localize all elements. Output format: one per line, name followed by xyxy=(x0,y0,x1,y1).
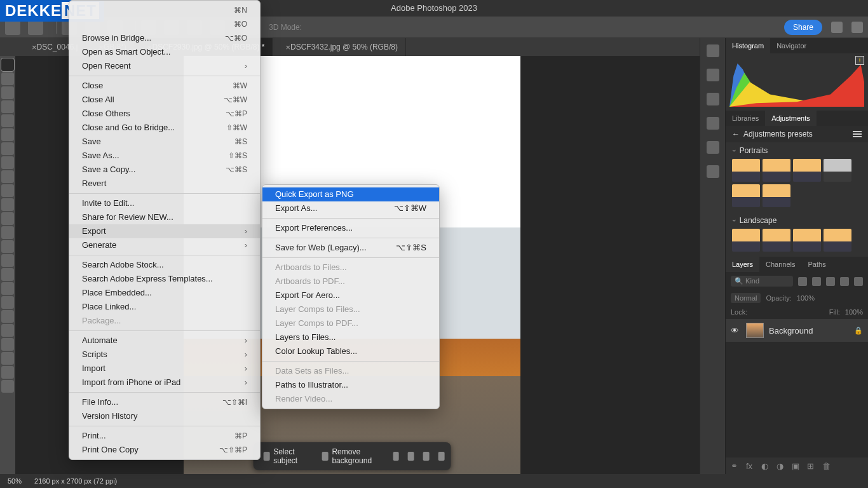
menu-item[interactable]: Place Embedded... xyxy=(69,286,260,300)
search-icon[interactable] xyxy=(831,22,843,33)
tool-icon[interactable] xyxy=(1,100,14,113)
menu-item[interactable]: Save a Copy...⌥⌘S xyxy=(69,163,260,177)
menu-item[interactable]: Scripts› xyxy=(69,348,260,362)
visibility-toggle-icon[interactable]: 👁 xyxy=(731,326,740,335)
tool-icon[interactable] xyxy=(1,254,14,267)
menu-item[interactable]: Search Adobe Stock... xyxy=(69,258,260,272)
tool-icon[interactable] xyxy=(1,310,14,323)
section-portraits[interactable]: Portraits xyxy=(726,142,868,159)
tab-layers[interactable]: Layers xyxy=(726,257,759,272)
more-icon[interactable] xyxy=(423,452,430,461)
tool-icon[interactable] xyxy=(1,198,14,211)
tool-icon[interactable] xyxy=(1,240,14,253)
filter-adjust-icon[interactable] xyxy=(812,277,821,286)
remove-background-button[interactable]: Remove background xyxy=(318,446,384,466)
tab-libraries[interactable]: Libraries xyxy=(726,111,765,126)
menu-item[interactable]: Automate› xyxy=(69,334,260,348)
tool-icon[interactable] xyxy=(1,324,14,337)
menu-item[interactable]: Close All⌥⌘W xyxy=(69,93,260,107)
grid-icon[interactable] xyxy=(707,117,719,130)
adjust-icon[interactable] xyxy=(707,44,719,57)
menu-item[interactable]: Place Linked... xyxy=(69,300,260,314)
tool-icon[interactable] xyxy=(1,338,14,351)
tool-icon[interactable] xyxy=(1,226,14,239)
menu-item[interactable]: Close⌘W xyxy=(69,79,260,93)
menu-item[interactable]: Export As...⌥⇧⌘W xyxy=(262,201,439,215)
blend-mode-select[interactable]: Normal xyxy=(731,293,761,303)
menu-item[interactable]: File Info...⌥⇧⌘I xyxy=(69,395,260,409)
layer-thumbnail[interactable] xyxy=(746,323,764,338)
tool-icon[interactable] xyxy=(1,268,14,281)
filter-type-icon[interactable] xyxy=(826,277,835,286)
menu-item[interactable]: Save As...⇧⌘S xyxy=(69,149,260,163)
menu-item[interactable]: Search Adobe Express Templates... xyxy=(69,272,260,286)
tool-icon[interactable] xyxy=(1,352,14,365)
filter-shape-icon[interactable] xyxy=(840,277,849,286)
tool-icon[interactable] xyxy=(1,366,14,379)
preset-thumb[interactable] xyxy=(824,229,851,252)
menu-item[interactable]: ⌘N xyxy=(69,3,260,17)
workspace-icon[interactable] xyxy=(851,22,863,33)
menu-item[interactable]: Save⌘S xyxy=(69,135,260,149)
menu-item[interactable]: Browse in Bridge...⌥⌘O xyxy=(69,31,260,45)
menu-item[interactable]: Import from iPhone or iPad› xyxy=(69,376,260,390)
adjustment-layer-icon[interactable]: ◑ xyxy=(776,461,785,470)
tool-icon[interactable] xyxy=(1,156,14,169)
tool-icon[interactable] xyxy=(1,296,14,309)
layer-row-background[interactable]: 👁 Background 🔒 xyxy=(726,318,868,342)
export-submenu[interactable]: Quick Export as PNGExport As...⌥⇧⌘WExpor… xyxy=(262,184,440,409)
menu-item[interactable]: Open as Smart Object... xyxy=(69,45,260,59)
tool-icon[interactable] xyxy=(1,58,14,71)
zoom-level[interactable]: 50% xyxy=(8,477,22,485)
preset-thumb[interactable] xyxy=(732,184,760,207)
opacity-value[interactable]: 100% xyxy=(797,294,815,302)
home-icon[interactable] xyxy=(5,20,20,35)
menu-item[interactable]: Version History xyxy=(69,409,260,423)
lock-position-icon[interactable] xyxy=(778,308,785,316)
preset-thumb[interactable] xyxy=(793,159,821,182)
fill-value[interactable]: 100% xyxy=(845,308,863,316)
preset-thumb[interactable] xyxy=(824,159,851,182)
collapse-icon[interactable] xyxy=(438,452,445,461)
tool-icon[interactable] xyxy=(1,184,14,197)
lock-icon[interactable]: 🔒 xyxy=(854,327,863,335)
menu-item[interactable]: Color Lookup Tables... xyxy=(262,344,439,358)
tool-icon[interactable] xyxy=(1,212,14,225)
swatches-icon[interactable] xyxy=(707,93,719,105)
doc-info[interactable]: 2160 px x 2700 px (72 ppi) xyxy=(34,477,117,485)
menu-item[interactable]: Export Preferences... xyxy=(262,221,439,235)
move-tool-icon[interactable] xyxy=(28,20,43,35)
preset-thumb[interactable] xyxy=(763,159,790,182)
delete-icon[interactable]: 🗑 xyxy=(822,461,831,470)
tab-channels[interactable]: Channels xyxy=(759,257,801,272)
section-landscape[interactable]: Landscape xyxy=(726,212,868,229)
new-layer-icon[interactable]: ⊞ xyxy=(807,461,816,470)
menu-item[interactable]: Print One Copy⌥⇧⌘P xyxy=(69,443,260,457)
menu-item[interactable]: Generate› xyxy=(69,238,260,252)
preset-thumb[interactable] xyxy=(793,229,821,252)
tab-histogram[interactable]: Histogram xyxy=(726,38,770,53)
menu-item[interactable]: Save for Web (Legacy)...⌥⇧⌘S xyxy=(262,241,439,255)
adjust-icon[interactable] xyxy=(408,452,414,461)
tab-navigator[interactable]: Navigator xyxy=(770,38,813,53)
close-icon[interactable]: × xyxy=(285,43,290,52)
menu-item[interactable]: Import› xyxy=(69,362,260,376)
crop-icon[interactable] xyxy=(393,452,399,461)
layer-fx-icon[interactable]: fx xyxy=(746,461,755,470)
tool-icon[interactable] xyxy=(1,72,14,85)
cube-icon[interactable] xyxy=(707,165,719,178)
menu-item[interactable]: Quick Export as PNG xyxy=(262,187,439,201)
menu-item[interactable]: Paths to Illustrator... xyxy=(262,378,439,392)
menu-item[interactable]: Close and Go to Bridge...⇧⌘W xyxy=(69,121,260,135)
tool-icon[interactable] xyxy=(1,282,14,295)
preset-thumb[interactable] xyxy=(732,229,760,252)
group-icon[interactable]: ▣ xyxy=(792,461,801,470)
tool-icon[interactable] xyxy=(1,380,14,393)
tool-icon[interactable] xyxy=(1,142,14,155)
close-icon[interactable]: × xyxy=(32,43,37,52)
menu-item[interactable]: Export For Aero... xyxy=(262,288,439,302)
info-icon[interactable] xyxy=(707,69,719,81)
menu-item[interactable]: ⌘O xyxy=(69,17,260,31)
layer-kind-filter[interactable]: 🔍 Kind xyxy=(731,276,793,287)
filter-image-icon[interactable] xyxy=(798,277,807,286)
